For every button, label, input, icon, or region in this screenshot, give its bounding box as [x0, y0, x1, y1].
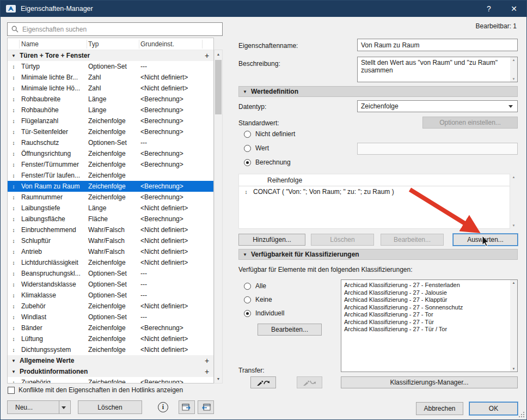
expression-row[interactable]: ↕ CONCAT ( "Von: "; Von Raum; " zu: "; z…: [239, 186, 510, 197]
property-row[interactable]: ↕Fenster/Tür laufen...Zeichenfolge: [8, 170, 213, 181]
radio-icon[interactable]: [244, 296, 251, 303]
radio-icon[interactable]: [244, 159, 251, 166]
property-row[interactable]: ↕Zugehörig...Zeichenfolge<Berechnung>: [8, 377, 213, 384]
property-row[interactable]: ↕FlügelanzahlZeichenfolge<Berechnung>: [8, 115, 213, 126]
evaluate-button[interactable]: Auswerten...: [453, 234, 518, 246]
radio-icon[interactable]: [244, 283, 251, 290]
property-row[interactable]: ↕ZubehörZeichenfolge<Nicht definiert>: [8, 301, 213, 312]
property-row[interactable]: ↕KlimaklasseOptionen-Set---: [8, 290, 213, 301]
add-property-icon[interactable]: +: [200, 356, 213, 365]
classification-item[interactable]: Archicad Klassifizierung - 27 - Tor: [344, 311, 507, 319]
delete-expression-button[interactable]: Löschen: [311, 234, 374, 246]
titlebar[interactable]: Eigenschaften-Manager ? ✕: [1, 1, 526, 17]
classification-list[interactable]: Archicad Klassifizierung - 27 - Fensterl…: [341, 279, 518, 372]
radio-alle[interactable]: Alle: [244, 282, 266, 290]
property-row[interactable]: ↕LaibungstiefeLänge<Nicht definiert>: [8, 203, 213, 214]
property-row[interactable]: ↕LüftungZeichenfolge<Nicht definiert>: [8, 333, 213, 344]
classification-item[interactable]: Archicad Klassifizierung - 27 - Jalousie: [344, 289, 507, 297]
pick-up-parameters-button[interactable]: [250, 376, 276, 388]
scroll-up-icon[interactable]: ▲: [510, 175, 517, 179]
property-row[interactable]: ↕SchlupftürWahr/Falsch<Nicht definiert>: [8, 235, 213, 246]
default-value-input[interactable]: [357, 143, 518, 155]
classification-item[interactable]: Archicad Klassifizierung - 27 - Tür: [344, 319, 507, 326]
classification-scrollbar[interactable]: ▲ ▼: [510, 280, 517, 372]
cancel-button[interactable]: Abbrechen: [416, 402, 463, 415]
add-expression-button[interactable]: Hinzufügen...: [238, 234, 305, 246]
property-row[interactable]: ↕RauchschutzOptionen-Set---: [8, 137, 213, 148]
property-row[interactable]: ↕DichtungssystemZeichenfolge<Nicht defin…: [8, 344, 213, 355]
property-row[interactable]: ↕TürtypOptionen-Set---: [8, 61, 213, 72]
new-dropdown-icon[interactable]: [62, 406, 66, 409]
ok-button[interactable]: OK: [469, 402, 518, 415]
scroll-down-icon[interactable]: ▼: [510, 224, 517, 227]
property-row[interactable]: ↕Beanspruchungskl...Optionen-Set---: [8, 268, 213, 279]
close-button[interactable]: ✕: [501, 1, 526, 17]
property-row[interactable]: ↕Fenster/TürnummerZeichenfolge<Berechnun…: [8, 159, 213, 170]
section-klassifizierungen[interactable]: ▼ Verfügbarkeit für Klassifizierungen: [238, 249, 518, 260]
property-row[interactable]: ↕RohbaubreiteLänge<Berechnung>: [8, 94, 213, 105]
description-input[interactable]: Stellt den Wert aus "von Raum" und "zu R…: [357, 57, 518, 82]
classification-item[interactable]: Archicad Klassifizierung - 27 - Klapptür: [344, 296, 507, 304]
export-properties-button[interactable]: [198, 400, 214, 414]
radio-individuell[interactable]: Individuell: [244, 309, 284, 317]
collapse-triangle-icon[interactable]: ▼: [243, 252, 247, 257]
expression-list[interactable]: Reihenfolge ↕ CONCAT ( "Von: "; Von Raum…: [238, 174, 510, 229]
collapse-triangle-icon[interactable]: ▼: [8, 358, 20, 363]
property-row[interactable]: ↕ÖffnungsrichtungZeichenfolge<Berechnung…: [8, 148, 213, 159]
radio-icon[interactable]: [244, 145, 251, 152]
property-row[interactable]: ↕Tür-SeitenfelderZeichenfolge<Berechnung…: [8, 126, 213, 137]
inject-parameters-button[interactable]: [297, 376, 322, 388]
classification-manager-button[interactable]: Klassifizierungs-Manager...: [341, 376, 518, 388]
property-row[interactable]: ↕LaibungsflächeFläche<Berechnung>: [8, 214, 213, 224]
classification-item[interactable]: Archicad Klassifizierung - 27 - Fensterl…: [344, 282, 507, 289]
radio-icon[interactable]: [244, 310, 251, 317]
section-wertedefinition[interactable]: ▼ Wertedefinition: [238, 86, 518, 97]
add-property-icon[interactable]: +: [200, 367, 213, 376]
datatype-select[interactable]: Zeichenfolge: [357, 100, 518, 112]
expression-scrollbar[interactable]: ▲ ▼: [510, 174, 517, 228]
info-icon[interactable]: i: [158, 402, 168, 412]
property-row[interactable]: ↕EinbruchhemmendWahr/Falsch<Nicht defini…: [8, 224, 213, 235]
property-group-row[interactable]: ▼Türen + Tore + Fenster+: [8, 50, 213, 61]
property-row[interactable]: ↕WindlastOptionen-Set---: [8, 312, 213, 322]
edit-expression-button[interactable]: Bearbeiten...: [381, 234, 444, 246]
radio-nicht-definiert[interactable]: Nicht definiert: [244, 130, 295, 138]
column-header-name[interactable]: Name: [20, 40, 87, 48]
scroll-up-icon[interactable]: ▲: [510, 58, 517, 62]
import-properties-button[interactable]: [179, 400, 195, 414]
scroll-down-icon[interactable]: ▼: [215, 375, 222, 383]
column-header-typ[interactable]: Typ: [87, 40, 139, 48]
radio-berechnung[interactable]: Berechnung: [244, 159, 291, 166]
description-scrollbar[interactable]: ▲ ▼: [510, 57, 517, 82]
property-row[interactable]: ↕WiderstandsklasseOptionen-Set---: [8, 279, 213, 290]
help-button[interactable]: ?: [476, 1, 501, 17]
add-property-icon[interactable]: +: [200, 51, 213, 60]
collapse-triangle-icon[interactable]: ▼: [8, 53, 20, 58]
property-group-row[interactable]: ▼Allgemeine Werte+: [8, 355, 213, 366]
table-scrollbar[interactable]: ▲ ▼: [214, 50, 223, 384]
search-input[interactable]: Eigenschaften suchen: [7, 22, 223, 36]
property-row[interactable]: ↕Minimale lichte Br...Zahl<Nicht definie…: [8, 72, 213, 83]
property-name-input[interactable]: Von Raum zu Raum: [357, 39, 518, 51]
radio-icon[interactable]: [244, 131, 251, 138]
property-group-row[interactable]: ▼Produktinformationen+: [8, 366, 213, 377]
scroll-down-icon[interactable]: ▼: [510, 367, 517, 370]
scroll-up-icon[interactable]: ▲: [510, 281, 517, 284]
radio-keine[interactable]: Keine: [244, 296, 272, 303]
property-row[interactable]: ↕LichtdurchlässigkeitZeichenfolge<Nicht …: [8, 257, 213, 268]
property-row[interactable]: ↕AntriebWahr/Falsch<Nicht definiert>: [8, 246, 213, 257]
radio-wert[interactable]: Wert: [244, 144, 269, 152]
scroll-down-icon[interactable]: ▼: [510, 77, 517, 81]
property-row[interactable]: ↕Minimale lichte Hö...Zahl<Nicht definie…: [8, 83, 213, 94]
collapse-triangle-icon[interactable]: ▼: [8, 369, 20, 374]
scrollbar-thumb[interactable]: [215, 60, 222, 114]
property-row[interactable]: ↕RohbauhöheLänge<Berechnung>: [8, 105, 213, 115]
delete-button[interactable]: Löschen: [78, 400, 142, 414]
resize-grip[interactable]: [518, 411, 525, 418]
collapse-triangle-icon[interactable]: ▼: [243, 89, 247, 94]
property-row[interactable]: ↕BänderZeichenfolge<Berechnung>: [8, 322, 213, 333]
property-row[interactable]: ↕Von Raum zu RaumZeichenfolge<Berechnung…: [8, 181, 213, 192]
hotlink-conflict-checkbox[interactable]: [8, 387, 15, 394]
property-row[interactable]: ↕RaumnummerZeichenfolge<Berechnung>: [8, 192, 213, 203]
scroll-up-icon[interactable]: ▲: [215, 50, 222, 58]
